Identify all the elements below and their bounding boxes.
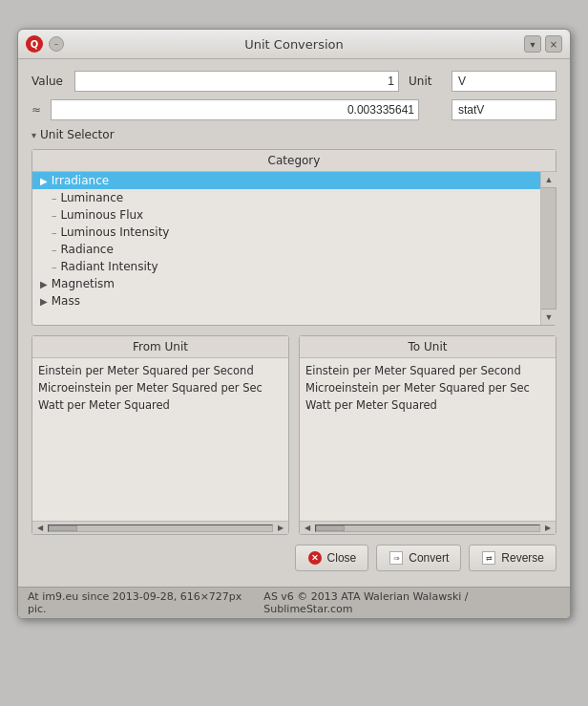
button-row: ✕ Close ⇒ Convert ⇄ Reverse — [32, 545, 556, 575]
hscroll-track-to — [315, 524, 540, 532]
unit-selector-label: Unit Selector — [40, 128, 115, 141]
from-unit-hscrollbar: ◀ ▶ — [32, 521, 288, 534]
category-item-label: Luminous Intensity — [61, 225, 170, 239]
app-icon: Q — [26, 35, 43, 53]
hscroll-right-button[interactable]: ▶ — [275, 523, 286, 534]
tree-dash-icon: – — [52, 261, 57, 273]
tree-dash-icon: – — [52, 226, 57, 239]
to-unit-hscrollbar: ◀ ▶ — [300, 521, 556, 534]
statusbar-left: At im9.eu since 2013-09-28, 616×727px pi… — [28, 590, 263, 615]
expand-arrow-icon: ▶ — [40, 279, 48, 289]
to-unit-header: To Unit — [300, 336, 556, 358]
category-panel: Category ▶ Irradiance – Luminance – Lumi… — [32, 149, 556, 326]
category-item-luminous-flux[interactable]: – Luminous Flux — [32, 206, 540, 224]
tree-dash-icon: – — [52, 209, 57, 222]
category-item-label: Radiance — [61, 243, 114, 256]
close-button-label: Close — [327, 551, 357, 565]
tree-dash-icon: – — [52, 192, 57, 204]
category-item-luminous-intensity[interactable]: – Luminous Intensity — [32, 224, 540, 241]
titlebar-right: ▾ × — [524, 35, 562, 53]
from-unit-header: From Unit — [32, 336, 288, 358]
unit-panels: From Unit Einstein per Meter Squared per… — [32, 335, 556, 535]
category-item-radiant-intensity[interactable]: – Radiant Intensity — [32, 258, 540, 275]
tree-dash-icon: – — [52, 244, 57, 256]
category-item-label: Luminance — [61, 191, 124, 204]
category-label: Category — [32, 150, 556, 172]
hscroll-right-button-to[interactable]: ▶ — [542, 523, 554, 534]
hscroll-left-button-to[interactable]: ◀ — [302, 523, 313, 534]
category-item-radiance[interactable]: – Radiance — [32, 241, 540, 258]
value-input[interactable] — [74, 71, 399, 92]
to-unit-list[interactable]: Einstein per Meter Squared per Second Mi… — [300, 358, 556, 521]
titlebar: Q – Unit Conversion ▾ × — [18, 30, 570, 59]
category-item-label: Magnetism — [52, 277, 115, 290]
to-unit-item-2[interactable]: Watt per Meter Squared — [304, 396, 552, 414]
value-label: Value — [32, 75, 65, 88]
minimize-button[interactable]: ▾ — [524, 35, 541, 53]
hscroll-thumb — [49, 525, 77, 531]
approx-symbol: ≈ — [32, 103, 41, 117]
category-item-label: Luminous Flux — [61, 208, 144, 222]
hscroll-track — [48, 524, 273, 532]
to-unit-item-0[interactable]: Einstein per Meter Squared per Second — [304, 362, 552, 379]
expand-arrow-icon: ▶ — [40, 296, 48, 307]
window-title: Unit Conversion — [244, 37, 343, 52]
category-item-label: Radiant Intensity — [61, 260, 158, 273]
content-area: Value Unit ≈ ▾ Unit Selector Category ▶ — [18, 59, 570, 587]
from-unit-item-2[interactable]: Watt per Meter Squared — [36, 396, 284, 414]
to-unit-item-1[interactable]: Microeinstein per Meter Squared per Sec — [304, 379, 552, 396]
reverse-icon: ⇄ — [481, 550, 496, 566]
convert-icon: ⇒ — [388, 550, 404, 566]
category-item-label: Irradiance — [52, 174, 109, 187]
convert-button-label: Convert — [409, 551, 449, 565]
reverse-button[interactable]: ⇄ Reverse — [469, 545, 556, 571]
category-item-mass[interactable]: ▶ Mass — [32, 292, 540, 310]
close-icon: ✕ — [307, 550, 323, 566]
main-window: Q – Unit Conversion ▾ × Value Unit ≈ — [17, 29, 571, 619]
category-item-magnetism[interactable]: ▶ Magnetism — [32, 275, 540, 292]
titlebar-close-icon: – — [54, 39, 59, 49]
from-unit-item-0[interactable]: Einstein per Meter Squared per Second — [36, 362, 284, 379]
titlebar-left: Q – — [26, 35, 64, 53]
from-unit-panel: From Unit Einstein per Meter Squared per… — [32, 335, 289, 535]
hscroll-thumb-to — [316, 525, 345, 531]
unit-label: Unit — [409, 75, 442, 88]
titlebar-close-button[interactable]: – — [49, 36, 64, 52]
value-row: Value Unit — [32, 71, 556, 92]
convert-button[interactable]: ⇒ Convert — [376, 545, 461, 571]
category-list-container: ▶ Irradiance – Luminance – Luminous Flux… — [32, 172, 556, 325]
approx-unit-input[interactable] — [452, 99, 556, 120]
chevron-icon: ▾ — [32, 130, 36, 140]
category-scrollbar: ▲ ▼ — [540, 172, 556, 325]
to-unit-panel: To Unit Einstein per Meter Squared per S… — [299, 335, 556, 535]
category-item-luminance[interactable]: – Luminance — [32, 189, 540, 206]
scroll-up-button[interactable]: ▲ — [541, 172, 556, 187]
category-item-label: Mass — [52, 294, 80, 308]
reverse-button-label: Reverse — [501, 551, 544, 565]
approx-value-input[interactable] — [51, 99, 419, 120]
approx-row: ≈ — [32, 99, 556, 120]
category-item-irradiance[interactable]: ▶ Irradiance — [32, 172, 540, 189]
from-unit-list[interactable]: Einstein per Meter Squared per Second Mi… — [32, 358, 288, 521]
expand-arrow-icon: ▶ — [40, 176, 48, 186]
unit-selector-header[interactable]: ▾ Unit Selector — [32, 128, 556, 141]
statusbar: At im9.eu since 2013-09-28, 616×727px pi… — [18, 587, 570, 618]
unit-input[interactable] — [452, 71, 556, 92]
statusbar-right: AS v6 © 2013 ATA Walerian Walawski / Sub… — [263, 590, 560, 615]
hscroll-left-button[interactable]: ◀ — [34, 523, 46, 534]
category-tree[interactable]: ▶ Irradiance – Luminance – Luminous Flux… — [32, 172, 540, 325]
scroll-down-button[interactable]: ▼ — [541, 310, 556, 325]
from-unit-item-1[interactable]: Microeinstein per Meter Squared per Sec — [36, 379, 284, 396]
close-button[interactable]: ✕ Close — [295, 545, 369, 571]
scrollbar-thumb — [541, 187, 556, 310]
close-button-top[interactable]: × — [545, 35, 562, 53]
